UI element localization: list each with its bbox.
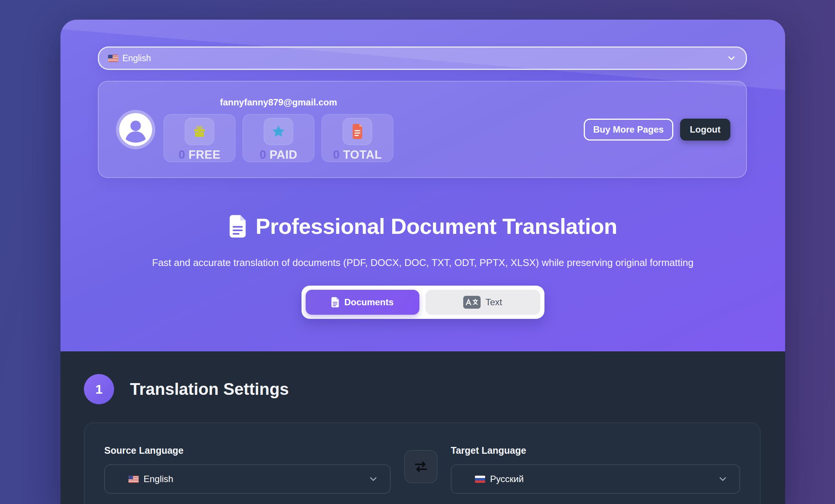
account-actions: Buy More Pages Logout (584, 119, 730, 141)
source-language-field: Source Language English (104, 445, 391, 494)
stat-paid-value: 0 (260, 148, 266, 162)
account-stats: fannyfanny879@gmail.com (164, 97, 393, 162)
tab-documents[interactable]: Documents (306, 290, 419, 315)
stat-free-value: 0 (179, 148, 185, 162)
translation-settings-section: 1 Translation Settings Source Language (60, 351, 785, 504)
gift-icon (185, 118, 214, 145)
swap-arrows-icon (413, 460, 428, 473)
source-language-value: English (144, 474, 173, 484)
page-title: Professional Document Translation (256, 213, 617, 240)
translate-icon (463, 296, 481, 309)
hero-heading: Professional Document Translation (60, 213, 785, 240)
source-language-label: Source Language (104, 445, 391, 456)
stat-total-text: 0 TOTAL (333, 148, 382, 162)
star-icon (264, 118, 293, 145)
stat-card-free: 0 FREE (164, 114, 235, 162)
target-language-label: Target Language (451, 445, 740, 456)
settings-header: 1 Translation Settings (84, 374, 762, 404)
ui-language-select[interactable]: English (98, 46, 747, 70)
swap-languages-button[interactable] (404, 450, 438, 483)
us-flag-icon (108, 55, 118, 62)
source-language-select[interactable]: English (104, 464, 391, 494)
chevron-down-icon (717, 474, 728, 484)
document-tab-icon (331, 297, 339, 308)
document-icon (343, 118, 372, 145)
hero-header: English fannyfanny879@gmail.com (60, 20, 785, 351)
tab-text-label: Text (486, 297, 502, 308)
stat-total-value: 0 (333, 148, 339, 162)
stat-card-paid: 0 PAID (243, 114, 314, 162)
stat-card-total: 0 TOTAL (322, 114, 393, 162)
ru-flag-icon (475, 476, 485, 483)
stat-total-label: TOTAL (343, 148, 382, 162)
target-language-select[interactable]: Русский (451, 464, 740, 494)
logout-button[interactable]: Logout (680, 119, 730, 141)
stat-free-label: FREE (189, 148, 221, 162)
mode-tabs: Documents (302, 286, 544, 319)
step-number-badge: 1 (84, 374, 114, 404)
ui-language-label: English (122, 53, 151, 63)
settings-heading: Translation Settings (130, 380, 289, 399)
target-language-value: Русский (490, 474, 524, 484)
buy-more-pages-button[interactable]: Buy More Pages (584, 119, 673, 141)
language-grid: Source Language English (104, 445, 740, 494)
tab-text[interactable]: Text (425, 290, 540, 315)
us-flag-icon (128, 476, 139, 483)
stat-paid-text: 0 PAID (260, 148, 297, 162)
main-app-card: English fannyfanny879@gmail.com (60, 20, 785, 504)
document-title-icon (229, 215, 247, 238)
settings-card: Source Language English (84, 422, 761, 504)
tab-documents-label: Documents (344, 297, 394, 308)
account-card: fannyfanny879@gmail.com (98, 81, 747, 178)
stats-row: 0 FREE 0 PAID (164, 114, 393, 162)
chevron-down-icon (726, 53, 737, 63)
stat-paid-label: PAID (269, 148, 297, 162)
avatar (119, 113, 152, 146)
chevron-down-icon (368, 474, 379, 484)
page-subtitle: Fast and accurate translation of documen… (60, 257, 785, 269)
target-language-field: Target Language Русский (451, 445, 740, 494)
account-email: fannyfanny879@gmail.com (220, 97, 337, 108)
mode-tabs-wrap: Documents (60, 286, 785, 319)
stat-free-text: 0 FREE (179, 148, 221, 162)
